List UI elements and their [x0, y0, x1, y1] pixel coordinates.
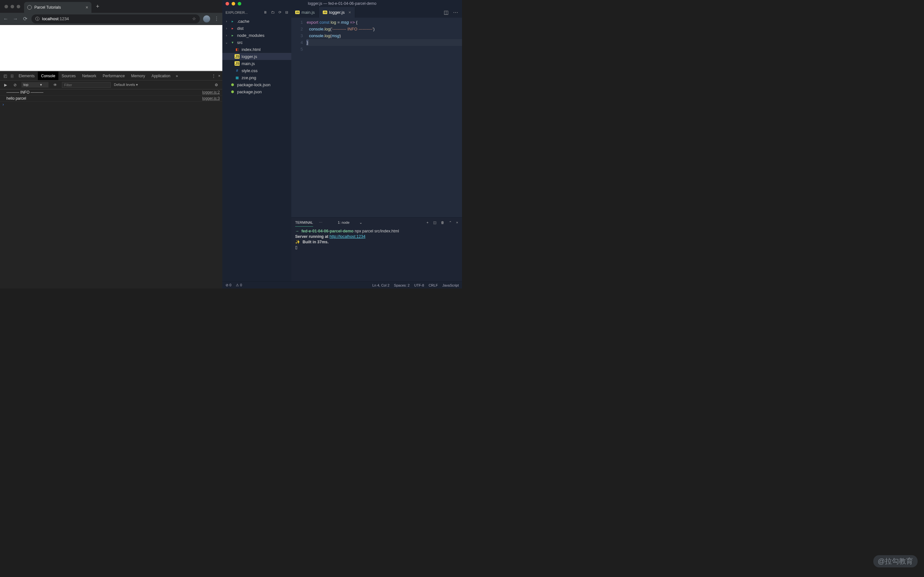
console-output: ---------- INFO ----------logger.js:2hel… — [0, 89, 222, 288]
console-source-link[interactable]: logger.js:2 — [202, 90, 220, 95]
code-line[interactable]: export const log = msg => { — [307, 19, 462, 26]
inspect-icon[interactable]: ◰ — [2, 74, 9, 78]
refresh-icon[interactable]: ⟳ — [278, 10, 281, 15]
file-icon: ◧ — [234, 47, 240, 52]
eye-icon[interactable]: 👁 — [52, 83, 59, 87]
file-icon: JS — [295, 11, 300, 14]
file-label: logger.js — [242, 54, 257, 59]
close-icon[interactable]: × — [349, 10, 351, 15]
folder--cache[interactable]: ›▸.cache — [222, 18, 291, 25]
file-icon: JS — [234, 61, 240, 66]
file-label: .cache — [237, 19, 249, 24]
new-tab-button[interactable]: + — [96, 3, 99, 10]
file-label: style.css — [242, 68, 258, 73]
file-package-json[interactable]: ⬢package.json — [222, 88, 291, 95]
devtools-tab-application[interactable]: Application — [148, 71, 174, 80]
status-warnings[interactable]: ⚠ 0 — [236, 283, 242, 287]
menu-icon[interactable]: ⋮ — [213, 16, 220, 22]
terminal-select[interactable]: 1: node ⌄ — [338, 221, 362, 225]
file-logger-js[interactable]: JSlogger.js — [222, 53, 291, 60]
collapse-icon[interactable]: ⊟ — [285, 10, 288, 15]
devtools-tab-elements[interactable]: Elements — [15, 71, 38, 80]
code-line[interactable]: console.log(msg) — [307, 32, 462, 39]
trash-icon[interactable]: 🗑 — [441, 221, 444, 225]
tab-label: logger.js — [329, 10, 344, 15]
close-icon[interactable]: × — [456, 221, 458, 225]
console-toolbar: ▶ ⊘ top ▾ 👁 Default levels ▾ ⚙ — [0, 81, 222, 89]
code-line[interactable]: } — [307, 39, 462, 46]
terminal-tab[interactable]: TERMINAL — [295, 221, 313, 227]
code-editor[interactable]: 12345 export const log = msg => { consol… — [291, 18, 462, 218]
devtools-menu-icon[interactable]: ⋮ — [212, 74, 216, 78]
folder-node_modules[interactable]: ›▸node_modules — [222, 32, 291, 39]
file-zce-png[interactable]: ▦zce.png — [222, 74, 291, 81]
browser-toolbar: ← → ⟳ ⓘ localhost:1234 ☆ ⋮ — [0, 13, 222, 25]
status-lang[interactable]: JavaScript — [443, 284, 459, 287]
console-source-link[interactable]: logger.js:3 — [202, 96, 220, 101]
more-icon[interactable]: ⋯ — [453, 9, 458, 15]
overflow-icon[interactable]: » — [174, 74, 180, 78]
terminal-line: ✨ Built in 37ms. — [295, 239, 458, 245]
tab-label: main.js — [302, 10, 315, 15]
file-index-html[interactable]: ◧index.html — [222, 46, 291, 53]
editor-tab-main-js[interactable]: JSmain.js — [291, 7, 319, 18]
settings-icon[interactable]: ⚙ — [213, 83, 220, 87]
status-errors[interactable]: ⊘ 0 — [226, 283, 231, 287]
split-icon[interactable]: ◫ — [444, 9, 449, 15]
chevron-icon: ⌄ — [225, 41, 228, 44]
status-position[interactable]: Ln 4, Col 2 — [373, 284, 389, 287]
filter-input[interactable] — [62, 82, 111, 88]
clear-icon[interactable]: ⊘ — [12, 83, 18, 87]
toggle-sidebar-icon[interactable]: ▶ — [3, 83, 9, 87]
window-controls — [5, 5, 20, 8]
address-bar[interactable]: ⓘ localhost:1234 ☆ — [31, 15, 200, 23]
status-eol[interactable]: CRLF — [429, 284, 438, 287]
editor-tab-logger-js[interactable]: JSlogger.js× — [319, 7, 355, 18]
devtools-close-icon[interactable]: × — [218, 74, 220, 78]
code-line[interactable]: console.log('---------- INFO ----------'… — [307, 26, 462, 32]
split-terminal-icon[interactable]: ◫ — [433, 221, 436, 225]
file-label: package.json — [237, 89, 262, 94]
console-message: hello parcel — [6, 96, 26, 101]
forward-icon[interactable]: → — [12, 16, 19, 22]
file-package-lock-json[interactable]: ⬢package-lock.json — [222, 81, 291, 88]
file-label: index.html — [242, 47, 260, 52]
avatar[interactable] — [203, 15, 210, 23]
folder-src[interactable]: ⌄▾src — [222, 39, 291, 46]
devtools-tab-performance[interactable]: Performance — [99, 71, 128, 80]
devtools-tab-network[interactable]: Network — [79, 71, 99, 80]
new-file-icon[interactable]: 🗎 — [264, 10, 267, 15]
devtools-tab-sources[interactable]: Sources — [58, 71, 79, 80]
back-icon[interactable]: ← — [3, 16, 9, 22]
file-main-js[interactable]: JSmain.js — [222, 60, 291, 67]
browser-tab[interactable]: Parcel Tutorials × — [24, 2, 91, 13]
info-icon: ⓘ — [35, 16, 39, 22]
explorer-sidebar: EXPLORER... 🗎 🗀 ⟳ ⊟ ›▸.cache›▸dist›▸node… — [222, 7, 291, 282]
editor-tabbar: JSmain.jsJSlogger.js× ◫ ⋯ — [291, 7, 462, 18]
devtools-tab-console[interactable]: Console — [38, 71, 58, 80]
chevron-up-icon[interactable]: ⌃ — [449, 221, 452, 225]
new-terminal-icon[interactable]: + — [426, 221, 428, 225]
browser-viewport — [0, 25, 222, 71]
console-prompt[interactable]: › — [0, 102, 222, 107]
device-icon[interactable]: ⌸ — [9, 74, 15, 78]
reload-icon[interactable]: ⟳ — [22, 16, 28, 22]
explorer-label: EXPLORER... — [226, 11, 248, 15]
new-folder-icon[interactable]: 🗀 — [271, 10, 275, 15]
file-style-css[interactable]: #style.css — [222, 67, 291, 74]
context-select[interactable]: top ▾ — [21, 82, 48, 87]
levels-select[interactable]: Default levels ▾ — [114, 83, 138, 87]
star-icon[interactable]: ☆ — [192, 16, 196, 21]
file-label: src — [237, 40, 242, 45]
devtools-tab-memory[interactable]: Memory — [128, 71, 148, 80]
terminal-more-icon[interactable]: ⋯ — [319, 221, 322, 225]
folder-dist[interactable]: ›▸dist — [222, 25, 291, 32]
file-icon: ▸ — [230, 33, 235, 37]
url-host: localhost — [42, 16, 58, 21]
chevron-icon: › — [225, 19, 228, 23]
status-encoding[interactable]: UTF-8 — [414, 284, 424, 287]
terminal-output[interactable]: → fed-e-01-04-06-parcel-demo npx parcel … — [291, 227, 462, 282]
status-spaces[interactable]: Spaces: 2 — [394, 284, 410, 287]
code-line[interactable] — [307, 46, 462, 53]
close-icon[interactable]: × — [86, 5, 88, 10]
